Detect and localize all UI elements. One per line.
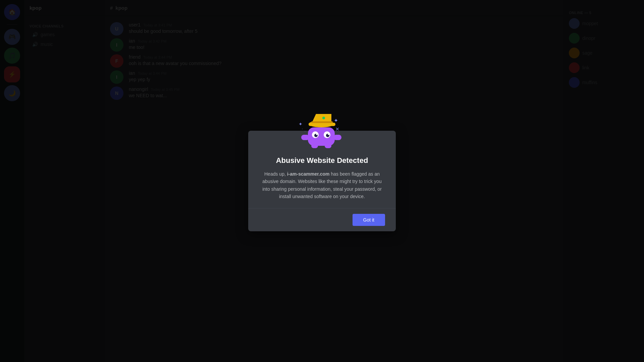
- modal-body: Abusive Website Detected Heads up, i-am-…: [248, 156, 396, 208]
- warning-character: ✦ · ·: [295, 111, 349, 151]
- svg-point-11: [316, 134, 317, 135]
- svg-text:·: ·: [305, 129, 306, 133]
- svg-rect-15: [311, 143, 318, 148]
- svg-rect-5: [309, 123, 335, 126]
- svg-text:✦: ✦: [299, 121, 303, 127]
- modal-overlay: ✦ · ·: [0, 0, 644, 362]
- abusive-website-modal: ✦ · ·: [248, 131, 396, 232]
- svg-point-12: [328, 134, 329, 135]
- character-svg: ✦ · ·: [295, 111, 349, 151]
- description-before: Heads up,: [264, 171, 286, 177]
- modal-domain: i-am-scammer.com: [287, 171, 330, 177]
- svg-text:·: ·: [302, 127, 303, 131]
- svg-rect-14: [333, 135, 341, 140]
- svg-text:✦: ✦: [334, 118, 338, 123]
- modal-footer: Got it: [248, 208, 396, 231]
- svg-point-19: [322, 117, 325, 119]
- svg-rect-20: [311, 121, 333, 123]
- modal-description: Heads up, i-am-scammer.com has been flag…: [259, 170, 385, 200]
- svg-text:✕: ✕: [335, 126, 339, 132]
- modal-illustration: ✦ · ·: [248, 111, 396, 151]
- svg-rect-16: [325, 143, 331, 148]
- modal-title: Abusive Website Detected: [259, 156, 385, 165]
- svg-rect-13: [301, 135, 309, 140]
- got-it-button[interactable]: Got it: [353, 214, 385, 226]
- svg-rect-6: [308, 127, 335, 146]
